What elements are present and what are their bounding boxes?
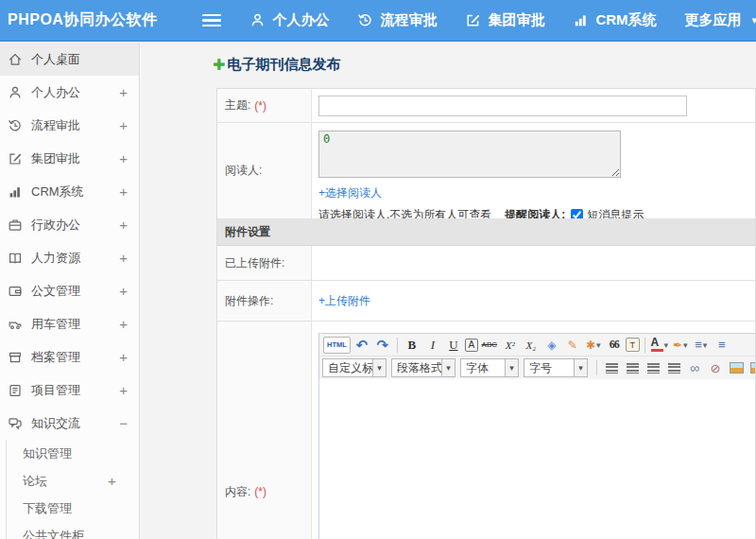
briefcase-icon [8, 217, 23, 233]
sidebar-item-knowledge-exchange[interactable]: 知识交流 − [0, 407, 139, 440]
font-family-select[interactable]: 字体 ▾ [460, 358, 519, 377]
editor-toolbar-row1: HTML ↶ ↷ B I U A ABC X² X₂ ◈ ✎ [319, 334, 755, 356]
readers-hint: 请选择阅读人,不选为所有人可查看 [318, 207, 491, 218]
unordered-list-button[interactable]: ≡ [713, 336, 731, 355]
paste-text-icon[interactable]: T [626, 338, 640, 352]
expand-toggle[interactable]: + [119, 183, 128, 200]
nav-personal-office[interactable]: 个人办公 [249, 11, 329, 29]
caret-down-icon[interactable]: ▾ [441, 359, 455, 376]
chart-icon [573, 12, 589, 28]
caret-down-icon[interactable]: ▾ [574, 359, 587, 376]
expand-toggle[interactable]: + [119, 283, 128, 299]
sidebar-item-label: 项目管理 [31, 382, 119, 399]
wand-glyph: ✱ [586, 339, 595, 352]
chart-icon [8, 184, 23, 200]
chat-icon [8, 416, 23, 431]
hamburger-menu-icon[interactable] [202, 11, 221, 30]
editor-content-area[interactable] [319, 379, 755, 539]
upload-attachment-link[interactable]: +上传附件 [318, 293, 370, 309]
font-size-select[interactable]: 字号 ▾ [524, 358, 588, 377]
eraser-icon[interactable]: ◈ [542, 336, 561, 355]
sidebar-item-human-resources[interactable]: 人力资源 + [0, 241, 139, 274]
sidebar-subitem-forum[interactable]: 论坛 + [7, 467, 139, 495]
expand-toggle[interactable]: + [119, 250, 128, 266]
sms-notify-checkbox[interactable] [571, 209, 583, 218]
sidebar-item-crm-system[interactable]: CRM系统 + [0, 175, 139, 208]
select-readers-link[interactable]: +选择阅读人 [318, 185, 755, 201]
sidebar-item-personal-desktop[interactable]: 个人桌面 [0, 43, 139, 76]
insert-image-button[interactable] [727, 358, 746, 377]
sidebar-item-label: 档案管理 [31, 349, 119, 366]
blockquote-button[interactable]: 66 [605, 336, 624, 355]
sidebar-item-archive-management[interactable]: 档案管理 + [0, 340, 139, 374]
superscript-button[interactable]: X² [501, 336, 520, 355]
insert-link-button[interactable]: ∞ [685, 358, 704, 377]
expand-toggle[interactable]: + [119, 382, 128, 398]
align-left-button[interactable] [602, 358, 621, 377]
caret-down-icon[interactable]: ▾ [505, 359, 518, 376]
align-center-button[interactable] [623, 358, 642, 377]
undo-button[interactable]: ↶ [352, 336, 371, 355]
auto-typeset-icon[interactable]: ✱ ▾ [584, 336, 603, 355]
expand-toggle[interactable]: + [119, 117, 128, 133]
font-color-glyph: A [651, 338, 663, 352]
font-border-button[interactable]: A [465, 339, 478, 352]
caret-down-icon: ▾ [703, 340, 708, 350]
align-right-button[interactable] [644, 358, 662, 377]
remove-link-button[interactable]: ⊘ [706, 358, 725, 377]
image-icon [730, 362, 744, 374]
readers-label: 阅读人: [225, 163, 262, 179]
subscript-button[interactable]: X₂ [522, 336, 541, 355]
sidebar-subitem-knowledge-management[interactable]: 知识管理 [7, 440, 139, 467]
align-center-icon [627, 363, 639, 374]
sidebar-item-group-approval[interactable]: 集团审批 + [0, 142, 139, 175]
insert-media-button[interactable] [747, 358, 755, 377]
highlight-button[interactable]: ✒ ▾ [671, 336, 690, 355]
caret-down-icon: ▾ [596, 340, 601, 350]
underline-button[interactable]: U [444, 336, 463, 355]
expand-toggle[interactable]: + [119, 349, 128, 365]
archive-icon [8, 350, 23, 365]
sidebar-item-document-management[interactable]: 公文管理 + [0, 274, 139, 307]
main-content: ✚ 电子期刊信息发布 主题: (*) 阅读人: 0 [141, 43, 756, 539]
nav-workflow-approval[interactable]: 流程审批 [357, 11, 437, 29]
nav-group-approval[interactable]: 集团审批 [465, 11, 544, 29]
align-justify-button[interactable] [664, 358, 683, 377]
nav-crm-system[interactable]: CRM系统 [573, 11, 656, 29]
format-brush-icon[interactable]: ✎ [563, 336, 582, 355]
sidebar-item-vehicle-management[interactable]: 用车管理 + [0, 307, 139, 340]
align-right-icon [647, 363, 660, 374]
expand-toggle[interactable]: + [119, 316, 128, 332]
caret-down-icon: ▾ [752, 14, 756, 26]
expand-toggle[interactable]: + [119, 217, 128, 233]
bold-button[interactable]: B [403, 336, 421, 355]
font-color-button[interactable]: A ▾ [650, 336, 669, 355]
form-row-content: 内容: (*) HTML ↶ ↷ B I U [217, 322, 755, 539]
paragraph-select[interactable]: 段落格式 ▾ [391, 358, 455, 377]
readers-textarea[interactable]: 0 [318, 130, 621, 178]
sidebar-item-project-management[interactable]: 项目管理 + [0, 374, 139, 407]
strikethrough-button[interactable]: ABC [480, 336, 499, 355]
sidebar-subitem-download-management[interactable]: 下载管理 [7, 495, 139, 522]
heading-select[interactable]: 自定义标题 ▾ [322, 358, 387, 377]
uploaded-attachments-value [312, 246, 755, 280]
redo-button[interactable]: ↷ [373, 336, 392, 355]
expand-toggle[interactable]: + [119, 150, 128, 166]
sidebar-item-workflow-approval[interactable]: 流程审批 + [0, 109, 139, 142]
expand-toggle[interactable]: + [108, 473, 116, 489]
sidebar-item-admin-office[interactable]: 行政办公 + [0, 208, 139, 241]
italic-button[interactable]: I [423, 336, 442, 355]
nav-more-apps[interactable]: 更多应用 ▾ [685, 11, 756, 29]
expand-toggle[interactable]: + [119, 84, 128, 100]
readers-label-cell: 阅读人: [217, 123, 312, 218]
sidebar-item-personal-office[interactable]: 个人办公 + [0, 76, 139, 109]
caret-down-icon[interactable]: ▾ [372, 359, 386, 376]
sidebar-subitem-public-file-cabinet[interactable]: 公共文件柜 [7, 522, 139, 539]
subject-input[interactable] [318, 96, 687, 116]
html-source-button[interactable]: HTML [323, 337, 351, 354]
sidebar-item-label: 公文管理 [31, 283, 119, 300]
ordered-list-button[interactable]: ≡ ▾ [692, 336, 711, 355]
user-icon [249, 12, 266, 28]
sidebar: 个人桌面 个人办公 + 流程审批 + 集团审批 + [0, 43, 140, 539]
collapse-toggle[interactable]: − [119, 415, 128, 431]
